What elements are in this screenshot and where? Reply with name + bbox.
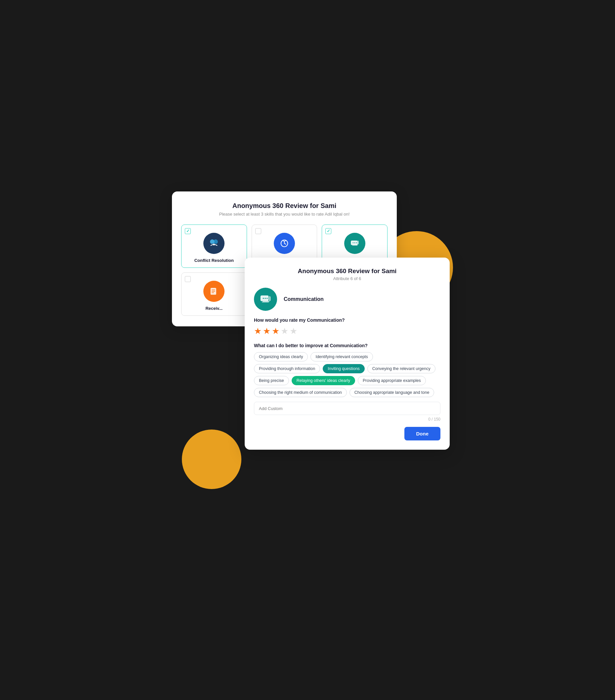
checkbox-conflict-resolution: ✓	[185, 228, 191, 234]
rating-label: How would you rate my Communication?	[254, 317, 440, 323]
tag-providing-thorough[interactable]: Providing thorough information	[254, 364, 320, 373]
svg-point-5	[352, 242, 353, 243]
star-4[interactable]: ★	[281, 326, 288, 336]
checkbox-productivity	[255, 228, 261, 234]
productivity-icon	[274, 233, 295, 254]
tag-relaying[interactable]: Relaying others' ideas clearly	[292, 376, 355, 385]
front-title: Anonymous 360 Review for Sami	[254, 267, 440, 275]
skill-name-receiving: Receiv...	[205, 306, 223, 311]
checkbox-receiving	[185, 276, 191, 282]
tag-being-precise[interactable]: Being precise	[254, 376, 289, 385]
check-icon-2: ✓	[327, 228, 330, 234]
check-icon: ✓	[186, 228, 190, 234]
skill-name-conflict-resolution: Conflict Resolution	[194, 258, 234, 263]
gold-shape-bottom	[182, 429, 241, 489]
tag-choosing-medium[interactable]: Choosing the right medium of communicati…	[254, 388, 347, 397]
char-count: 0 / 150	[254, 417, 440, 422]
tag-choosing-language[interactable]: Choosing appropriate language and tone	[350, 388, 435, 397]
tag-providing-examples[interactable]: Providing appropriate examples	[358, 376, 426, 385]
tag-organizing[interactable]: Organizing ideas clearly	[254, 352, 308, 361]
svg-point-6	[354, 242, 355, 243]
svg-point-14	[263, 298, 264, 299]
tag-identifying[interactable]: Identifying relevant concepts	[311, 352, 373, 361]
communication-back-icon	[344, 233, 365, 254]
svg-point-15	[264, 298, 265, 299]
svg-point-7	[356, 242, 357, 243]
improve-label: What can I do better to improve at Commu…	[254, 343, 440, 348]
card-back-subtitle: Please select at least 3 skills that you…	[181, 212, 388, 216]
tag-inviting[interactable]: Inviting questions	[323, 364, 365, 373]
svg-point-1	[214, 239, 218, 244]
checkbox-communication: ✓	[325, 228, 331, 234]
front-subtitle: Attribute 6 of 6	[254, 276, 440, 281]
svg-point-16	[266, 298, 267, 299]
star-rating[interactable]: ★ ★ ★ ★ ★	[254, 326, 440, 336]
rating-card: Anonymous 360 Review for Sami Attribute …	[245, 258, 450, 450]
conflict-resolution-icon	[203, 233, 225, 254]
skill-card-conflict-resolution[interactable]: ✓ Conflict Resolution	[181, 225, 247, 268]
skill-card-receiving[interactable]: Receiv...	[181, 273, 247, 316]
custom-input[interactable]	[259, 406, 436, 411]
star-1[interactable]: ★	[254, 326, 262, 336]
skill-header-name: Communication	[284, 296, 324, 302]
skill-header-icon	[254, 288, 277, 311]
star-2[interactable]: ★	[263, 326, 271, 336]
star-5[interactable]: ★	[290, 326, 297, 336]
receiving-icon	[203, 281, 225, 302]
tags-container: Organizing ideas clearly Identifying rel…	[254, 352, 440, 397]
skill-header: Communication	[254, 288, 440, 311]
custom-input-wrap	[254, 402, 440, 415]
scene: Anonymous 360 Review for Sami Please sel…	[172, 191, 443, 509]
star-3[interactable]: ★	[272, 326, 279, 336]
tag-conveying[interactable]: Conveying the relevant urgency	[367, 364, 436, 373]
svg-point-2	[213, 243, 215, 245]
card-back-title: Anonymous 360 Review for Sami	[181, 202, 388, 210]
done-button[interactable]: Done	[404, 427, 441, 440]
